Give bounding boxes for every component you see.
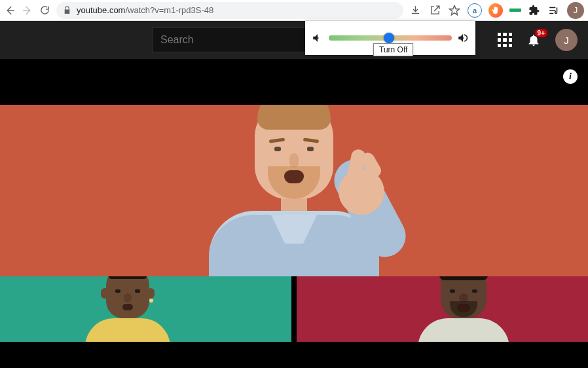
figure-right [418,276,509,342]
install-button[interactable] [409,4,422,17]
reading-list-button[interactable] [547,4,560,17]
puzzle-icon [528,5,540,16]
youtube-header: Search 9+ J [0,21,588,59]
figure-main [209,105,379,276]
volume-low-icon[interactable] [312,32,323,44]
video-frame-bottom-row [0,276,588,342]
hand-icon [491,6,500,15]
notification-badge: 9+ [535,29,547,37]
url-text: youtube.com/watch?v=m1-rpd3S-48 [77,5,213,15]
turn-off-tooltip[interactable]: Turn Off [373,43,413,56]
info-card-button[interactable]: i [563,69,578,84]
notifications-button[interactable]: 9+ [526,33,541,47]
browser-toolbar: youtube.com/watch?v=m1-rpd3S-48 a J [0,0,588,21]
apps-button[interactable] [498,33,512,47]
back-button[interactable] [4,4,16,17]
video-frame-top [0,105,588,276]
volume-high-icon[interactable] [457,32,469,44]
arrow-left-icon [4,5,16,16]
download-icon [410,5,421,16]
search-placeholder: Search [160,34,194,46]
arrow-right-icon [22,5,33,16]
bookmark-button[interactable] [448,4,461,17]
volume-thumb[interactable] [384,33,394,43]
extension-indicator[interactable] [509,9,521,12]
youtube-profile-avatar[interactable]: J [555,29,578,51]
figure-left [85,276,170,342]
share-icon [430,5,441,16]
browser-profile-avatar[interactable]: J [567,2,584,19]
extensions-button[interactable] [528,4,541,17]
star-icon [449,5,460,16]
header-actions: 9+ J [498,29,578,51]
forward-button[interactable] [22,4,34,17]
extension-volume[interactable] [488,3,503,18]
address-bar[interactable]: youtube.com/watch?v=m1-rpd3S-48 [56,2,403,19]
reload-button[interactable] [39,4,51,17]
list-music-icon [548,5,560,16]
volume-slider[interactable] [329,35,452,41]
lock-icon [63,6,71,14]
video-panel-left [0,276,291,342]
video-panel-right [297,276,588,342]
reload-icon [39,5,50,16]
share-button[interactable] [428,4,441,17]
extension-amazon[interactable]: a [468,3,482,18]
video-player[interactable]: i [0,59,588,368]
toolbar-actions: a J [409,2,584,19]
